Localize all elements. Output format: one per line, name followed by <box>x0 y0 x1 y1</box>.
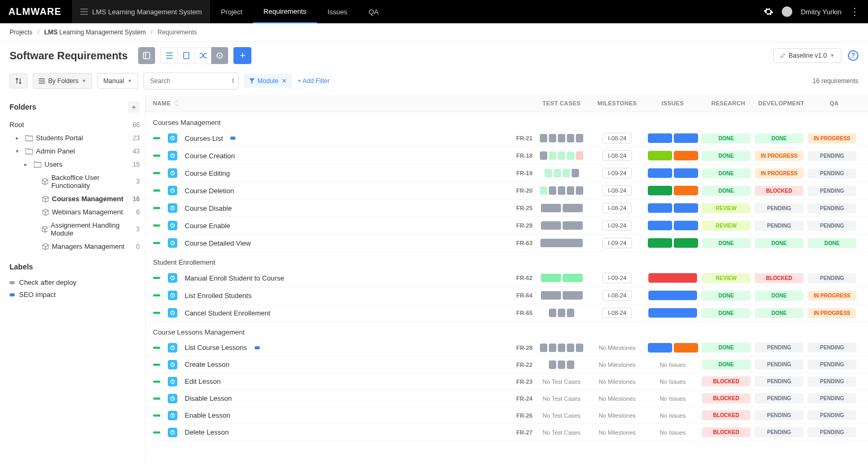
filter-chip-module[interactable]: Module ✕ <box>244 74 292 88</box>
issue-bar[interactable] <box>648 168 672 178</box>
qa-status[interactable]: PENDING <box>808 186 856 196</box>
add-filter-button[interactable]: + Add Filter <box>297 77 330 85</box>
qa-status[interactable]: PENDING <box>808 221 856 231</box>
development-status[interactable]: PENDING <box>755 376 803 386</box>
issue-bar[interactable] <box>674 186 698 195</box>
issue-bar[interactable] <box>648 203 672 213</box>
research-status[interactable]: BLOCKED <box>702 376 751 386</box>
layout-button[interactable] <box>138 47 155 64</box>
milestone-pill[interactable]: I-08-24 <box>602 290 632 301</box>
research-status[interactable]: BLOCKED <box>702 410 751 420</box>
table-row[interactable]: Course Editing FR-19I-09-24DONEIN PROGRE… <box>146 165 868 182</box>
qa-status[interactable]: PENDING <box>808 203 856 213</box>
research-status[interactable]: REVIEW <box>702 221 751 231</box>
milestone-pill[interactable]: I-08-24 <box>602 203 632 213</box>
research-status[interactable]: DONE <box>702 133 751 143</box>
issue-bar[interactable] <box>648 291 697 300</box>
research-status[interactable]: DONE <box>702 238 751 248</box>
table-row[interactable]: Create Lesson FR-22No MilestonesNo Issue… <box>146 356 868 373</box>
milestone-pill[interactable]: I-08-24 <box>602 185 632 196</box>
development-status[interactable]: PENDING <box>755 342 803 353</box>
baseline-selector[interactable]: Baseline v1.0 ▼ <box>773 48 842 63</box>
research-status[interactable]: DONE <box>702 359 751 369</box>
issue-bar[interactable] <box>648 238 672 248</box>
qa-status[interactable]: PENDING <box>808 359 856 369</box>
research-status[interactable]: DONE <box>702 151 751 161</box>
research-status[interactable]: DONE <box>702 342 751 353</box>
milestone-pill[interactable]: I-08-24 <box>602 150 632 161</box>
research-status[interactable]: BLOCKED <box>702 427 751 437</box>
search-box[interactable] <box>143 73 239 89</box>
table-row[interactable]: Course Creation FR-18I-08-24DONEIN PROGR… <box>146 147 868 165</box>
by-folders-dropdown[interactable]: By Folders ▼ <box>33 73 92 89</box>
qa-status[interactable]: IN PROGRESS <box>808 291 856 301</box>
issue-bar[interactable] <box>674 203 698 213</box>
col-development[interactable]: DEVELOPMENT <box>755 100 808 106</box>
milestone-pill[interactable]: I-09-24 <box>602 168 632 178</box>
qa-status[interactable]: IN PROGRESS <box>808 308 856 318</box>
sidebar-item-students-portal[interactable]: ▸Students Portal23 <box>10 131 145 145</box>
development-status[interactable]: DONE <box>755 238 803 248</box>
development-status[interactable]: BLOCKED <box>755 186 803 196</box>
table-row[interactable]: Cancel Student Enrollement FR-65I-08-24D… <box>146 304 868 322</box>
qa-status[interactable]: PENDING <box>808 376 856 386</box>
research-status[interactable]: DONE <box>702 308 751 318</box>
project-switcher[interactable]: LMS Learning Management System <box>72 0 210 23</box>
breadcrumb-projects[interactable]: Projects <box>10 29 32 36</box>
issue-bar[interactable] <box>674 238 698 248</box>
table-row[interactable]: Courses List FR-21I-08-24DONEDONEIN PROG… <box>146 130 868 147</box>
table-row[interactable]: List Enrolled Students FR-64I-08-24DONED… <box>146 287 868 304</box>
milestone-pill[interactable]: I-08-24 <box>602 308 632 318</box>
folder-root[interactable]: Root 66 <box>10 118 145 131</box>
table-row[interactable]: Edit Lesson FR-23No Test CasesNo Milesto… <box>146 373 868 390</box>
qa-status[interactable]: PENDING <box>808 342 856 353</box>
issue-bar[interactable] <box>648 133 672 143</box>
tab-project[interactable]: Project <box>210 0 252 23</box>
table-row[interactable]: Course Detailed View FR-63I-09-24DONEDON… <box>146 234 868 252</box>
user-name[interactable]: Dmitry Yurkin <box>801 8 842 16</box>
target-button[interactable] <box>211 47 228 64</box>
add-folder-button[interactable]: + <box>128 101 140 113</box>
sidebar-item-backoffice-user-functionality[interactable]: Backoffice User Functionality3 <box>10 171 145 192</box>
development-status[interactable]: PENDING <box>755 359 803 369</box>
issue-bar[interactable] <box>674 221 698 230</box>
table-row[interactable]: List Course Lessons FR-28No MilestonesDO… <box>146 339 868 356</box>
help-icon[interactable]: ? <box>848 50 858 61</box>
development-status[interactable]: PENDING <box>755 203 803 213</box>
shuffle-button[interactable] <box>194 47 211 64</box>
qa-status[interactable]: PENDING <box>808 168 856 178</box>
col-issues[interactable]: ISSUES <box>644 100 702 106</box>
qa-status[interactable]: PENDING <box>808 151 856 161</box>
milestone-pill[interactable]: I-09-24 <box>602 273 632 283</box>
development-status[interactable]: IN PROGRESS <box>755 168 803 178</box>
development-status[interactable]: PENDING <box>755 221 803 231</box>
issue-bar[interactable] <box>648 273 697 283</box>
doc-view-button[interactable] <box>177 47 194 64</box>
tab-requirements[interactable]: Requirements <box>253 0 317 23</box>
qa-status[interactable]: PENDING <box>808 393 856 403</box>
col-testcases[interactable]: TEST CASES <box>532 100 591 106</box>
col-name[interactable]: NAME <box>153 100 171 106</box>
issue-bar[interactable] <box>648 221 672 230</box>
gear-icon[interactable] <box>764 7 773 16</box>
issue-bar[interactable] <box>648 343 672 353</box>
col-milestones[interactable]: MILESTONES <box>591 100 644 106</box>
issue-bar[interactable] <box>648 186 672 195</box>
sidebar-item-webinars-management[interactable]: Webinars Management6 <box>10 205 145 219</box>
issue-bar[interactable] <box>648 308 697 318</box>
issue-bar[interactable] <box>648 151 672 160</box>
qa-status[interactable]: PENDING <box>808 273 856 283</box>
sort-button[interactable] <box>10 74 28 88</box>
development-status[interactable]: DONE <box>755 133 803 143</box>
development-status[interactable]: DONE <box>755 308 803 318</box>
research-status[interactable]: DONE <box>702 168 751 178</box>
search-input[interactable] <box>148 74 232 88</box>
development-status[interactable]: PENDING <box>755 410 803 420</box>
qa-status[interactable]: PENDING <box>808 427 856 437</box>
development-status[interactable]: PENDING <box>755 393 803 403</box>
add-button[interactable]: + <box>233 47 251 64</box>
label-item[interactable]: SEO impact <box>10 288 145 301</box>
manual-dropdown[interactable]: Manual ▼ <box>97 73 138 89</box>
list-view-button[interactable] <box>160 47 177 64</box>
avatar[interactable] <box>782 6 792 17</box>
